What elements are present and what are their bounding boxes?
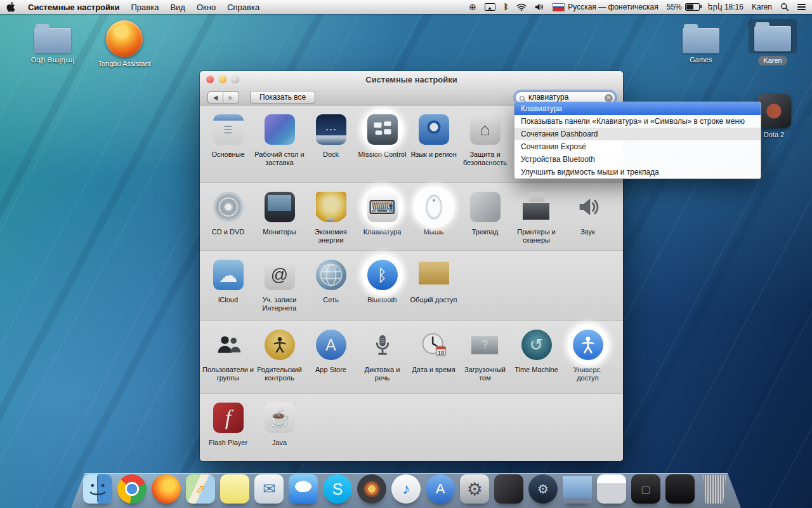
pref-general[interactable]: ☰Основные <box>202 114 254 182</box>
search-result-0[interactable]: Клавиатура <box>514 102 761 115</box>
dock-window-app[interactable] <box>597 474 626 504</box>
pref-energy-saver[interactable]: Экономия энергии <box>305 192 357 250</box>
screen: Системные настройкиПравкаВидОкноСправка … <box>0 0 812 508</box>
pref-keyboard[interactable]: ⌨Клавиатура <box>357 192 408 250</box>
dock-skype[interactable]: S <box>323 474 352 504</box>
pref-sharing[interactable]: Общий доступ <box>408 260 459 320</box>
pref-mission-control[interactable]: Mission Control <box>357 114 408 182</box>
dock-icon: ⋯ <box>316 114 346 145</box>
pref-row-4: Пользователи и группыРодительский контро… <box>200 321 623 394</box>
parental-controls-label: Родительский контроль <box>254 366 305 382</box>
pref-java[interactable]: ☕Java <box>254 403 305 461</box>
wifi-menu-icon[interactable] <box>516 3 527 11</box>
dock-downloads-folder[interactable] <box>563 474 592 504</box>
pref-dock[interactable]: ⋯Dock <box>305 114 357 182</box>
search-result-4[interactable]: Устройства Bluetooth <box>514 153 761 166</box>
menu-item-Системные настройки[interactable]: Системные настройки <box>28 3 120 12</box>
desktop-icon-tongbu-assistant[interactable]: Tongbu Assistant <box>95 20 154 68</box>
dock-mail[interactable]: ✉ <box>254 474 284 504</box>
pref-sound[interactable]: Звук <box>562 192 613 250</box>
pref-displays[interactable]: Мониторы <box>254 192 305 250</box>
clear-search-icon[interactable]: ✕ <box>605 94 613 102</box>
menu-item-Окно[interactable]: Окно <box>197 3 216 12</box>
show-all-button[interactable]: Показать все <box>250 91 315 104</box>
steam-icon: ⚙ <box>528 474 558 504</box>
desktop-icon-games-folder[interactable]: Games <box>674 23 728 64</box>
dota2-label: Dota 2 <box>764 131 784 139</box>
notification-center-icon[interactable] <box>797 4 806 10</box>
internet-accounts-iconwrap: @ <box>265 260 295 290</box>
dock-app-store[interactable]: A <box>426 474 455 504</box>
menu-extra-circle-plus-icon[interactable]: ⊕ <box>469 2 476 12</box>
dock-stickies[interactable] <box>220 474 249 504</box>
search-result-1[interactable]: Показывать панели «Клавиатура» и «Символ… <box>514 115 761 128</box>
pref-internet-accounts[interactable]: @Уч. записи Интернета <box>254 260 305 320</box>
menu-item-Справка[interactable]: Справка <box>227 3 259 12</box>
dock-finder[interactable] <box>83 474 112 504</box>
pref-cd-dvd[interactable]: CD и DVD <box>202 192 254 250</box>
pref-startup-disk[interactable]: ?Загрузочный том <box>459 330 511 393</box>
pref-accessibility[interactable]: Универс. доступ <box>562 330 613 393</box>
pref-parental-controls[interactable]: Родительский контроль <box>254 330 305 393</box>
network-iconwrap <box>316 260 346 290</box>
pref-date-time[interactable]: 18Дата и время <box>408 330 459 393</box>
dock-messages[interactable] <box>289 474 318 504</box>
dock-chrome[interactable] <box>117 474 147 504</box>
pref-mouse[interactable]: Мышь <box>408 192 459 250</box>
pref-row-2: CD и DVDМониторыЭкономия энергии⌨Клавиат… <box>200 183 623 251</box>
apple-menu-icon[interactable] <box>6 2 15 12</box>
itunes-icon: ♪ <box>391 474 421 504</box>
network-label: Сеть <box>323 296 338 304</box>
input-source-menu[interactable]: Русская — фонетическая <box>553 3 658 11</box>
battery-menu[interactable]: 55% <box>667 3 700 11</box>
back-button[interactable]: ◀ <box>207 91 223 104</box>
pref-trackpad[interactable]: Трекпад <box>459 192 511 250</box>
dock-firefox[interactable] <box>152 474 181 504</box>
pref-bluetooth[interactable]: ᛒBluetooth <box>357 260 408 320</box>
dock-iphoto[interactable] <box>357 474 386 504</box>
app-store-icon: A <box>316 330 346 360</box>
sharing-label: Общий доступ <box>410 296 457 304</box>
dock-system-preferences[interactable]: ⚙ <box>460 474 489 504</box>
sharing-icon <box>419 260 449 290</box>
iphoto-icon <box>357 474 386 504</box>
pref-users-groups[interactable]: Пользователи и группы <box>202 330 254 393</box>
pref-app-store[interactable]: AApp Store <box>305 330 357 393</box>
search-result-2[interactable]: Сочетания Dashboard <box>514 128 761 140</box>
internet-accounts-icon: @ <box>265 260 295 290</box>
utility-dark-icon <box>494 474 523 504</box>
dock-itunes[interactable]: ♪ <box>391 474 421 504</box>
menu-item-Вид[interactable]: Вид <box>170 3 185 12</box>
dock-utility-dark[interactable] <box>494 474 523 504</box>
pref-printers-scanners[interactable]: Принтеры и сканеры <box>511 192 562 250</box>
keyboard-iconwrap: ⌨ <box>367 192 398 222</box>
mobile-utility-icon: ▢ <box>631 474 660 504</box>
dock-steam[interactable]: ⚙ <box>528 474 558 504</box>
search-input[interactable] <box>528 93 603 102</box>
pref-language-region[interactable]: Язык и регион <box>408 114 459 182</box>
search-result-3[interactable]: Сочетания Exposé <box>514 140 761 153</box>
dock-maps[interactable]: ⇗ <box>186 474 215 504</box>
pref-time-machine[interactable]: ↺Time Machine <box>511 330 562 393</box>
displays-menu-icon[interactable] <box>485 3 495 11</box>
pref-flash-player[interactable]: fFlash Player <box>202 403 254 461</box>
pref-security[interactable]: ⌂Защита и безопасность <box>459 114 511 182</box>
pref-network[interactable]: Сеть <box>305 260 357 320</box>
pref-dictation-speech[interactable]: Диктовка и речь <box>357 330 408 393</box>
pref-desktop-screensaver[interactable]: Рабочий стол и заставка <box>254 114 305 182</box>
bluetooth-menu-icon[interactable]: ᛒ <box>504 3 508 11</box>
volume-menu-icon[interactable] <box>535 3 544 11</box>
user-menu[interactable]: Karen <box>752 3 772 11</box>
search-result-5[interactable]: Улучшить видимость мыши и трекпада <box>514 166 761 178</box>
battery-icon <box>685 3 700 11</box>
pref-icloud[interactable]: ☁iCloud <box>202 260 254 320</box>
forward-button[interactable]: ▶ <box>223 91 239 104</box>
menu-clock[interactable]: երկ 18:16 <box>708 3 743 11</box>
dock-mobile-utility-2[interactable] <box>665 474 695 504</box>
desktop-icon-karen-folder[interactable]: Karen <box>747 19 798 65</box>
dock-trash[interactable] <box>700 474 729 504</box>
dock-mobile-utility[interactable]: ▢ <box>631 474 660 504</box>
desktop-icon-armenian-folder[interactable]: Օգի Յալդալ <box>25 23 80 64</box>
menu-item-Правка[interactable]: Правка <box>131 3 159 12</box>
spotlight-menu-icon[interactable] <box>780 3 789 11</box>
